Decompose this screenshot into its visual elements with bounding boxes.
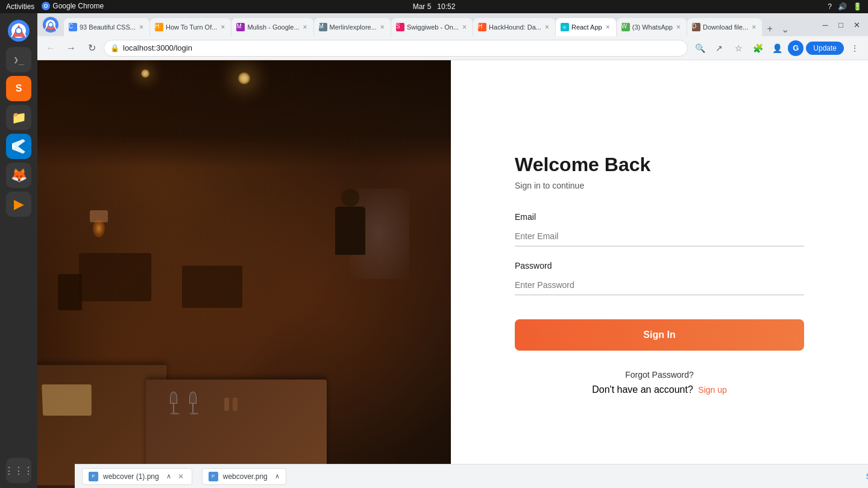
activities-label[interactable]: Activities: [6, 2, 34, 11]
chrome-toolbar: ← → ↻ 🔒 localhost:3000/login 🔍 ↗ ☆ 🧩 👤 G: [37, 36, 868, 60]
tab-close-css[interactable]: ×: [138, 22, 145, 32]
tab-close-mulish[interactable]: ×: [302, 22, 309, 32]
download-dismiss-1[interactable]: ✕: [176, 472, 186, 481]
sidebar-icon-apps[interactable]: ⋮⋮⋮: [6, 458, 31, 483]
date-label: Mar 5: [413, 2, 432, 11]
tab-favicon-download: D: [692, 23, 700, 31]
tab-favicon-hack: H: [478, 23, 486, 31]
browser-name-label: Google Chrome: [52, 2, 104, 10]
login-links: Forgot Password? Don't have an account? …: [515, 370, 804, 395]
restore-button[interactable]: □: [834, 18, 848, 31]
update-button[interactable]: Update: [806, 42, 844, 55]
tab-label-swiggi: Swiggiweb - On...: [407, 23, 459, 31]
download-item-1: P webcover (1).png ∧ ✕: [82, 468, 192, 485]
password-input[interactable]: [515, 275, 804, 295]
login-subtitle: Sign in to continue: [515, 181, 804, 190]
browser-indicator: Google Chrome: [42, 2, 104, 12]
share-button[interactable]: ↗: [711, 40, 728, 57]
chrome-logo-icon: [42, 2, 50, 10]
chrome-window: C 93 Beautiful CSS... × H How To Turn Of…: [37, 13, 868, 488]
sidebar-icon-chrome[interactable]: [6, 18, 31, 43]
tab-hack[interactable]: H HackHound: Da... ×: [473, 18, 555, 36]
sidebar-icon-vscode[interactable]: [6, 134, 31, 159]
star-icon: ☆: [735, 43, 743, 53]
download-item-2: P webcover.png ∧: [202, 468, 286, 485]
tab-how[interactable]: H How To Turn Of... ×: [150, 18, 231, 36]
download-arrow-2[interactable]: ∧: [275, 472, 280, 480]
time-label: 10:52: [437, 2, 455, 11]
profile-button[interactable]: G: [788, 40, 804, 56]
share-icon: ↗: [715, 43, 723, 53]
menu-button[interactable]: ⋮: [846, 40, 863, 57]
os-topbar-left: Activities Google Chrome: [6, 2, 104, 12]
tab-favicon-swiggi: S: [396, 23, 404, 31]
dots-icon: ⋮: [851, 43, 859, 53]
tab-close-whatsapp[interactable]: ×: [675, 22, 682, 32]
bg-table-2: [182, 266, 242, 308]
os-topbar: Activities Google Chrome Mar 5 10:52 ? 🔊…: [0, 0, 868, 13]
restaurant-background: [37, 60, 451, 488]
tab-close-react[interactable]: ×: [605, 22, 611, 32]
tab-react[interactable]: ⚛ React App ×: [556, 18, 616, 36]
tab-favicon-how: H: [155, 23, 163, 31]
svg-point-6: [16, 28, 21, 33]
tab-close-how[interactable]: ×: [219, 22, 226, 32]
download-arrow-1[interactable]: ∧: [166, 472, 171, 480]
tab-close-merlin[interactable]: ×: [379, 22, 386, 32]
minimize-button[interactable]: ─: [819, 18, 832, 31]
sidebar-icon-sublime[interactable]: S: [6, 76, 31, 101]
tab-swiggi[interactable]: S Swiggiweb - On... ×: [391, 18, 473, 36]
tab-favicon-whatsapp: W: [621, 23, 630, 31]
tab-favicon-mulish: M: [236, 23, 245, 31]
tab-label-how: How To Turn Of...: [166, 23, 217, 31]
extension-button[interactable]: 🧩: [749, 40, 766, 57]
wall-sconce-left: [87, 210, 111, 246]
tab-close-swiggi[interactable]: ×: [461, 22, 468, 32]
person-silhouette: [332, 189, 368, 273]
tab-list-button[interactable]: ⌄: [778, 22, 792, 36]
sidebar-icon-files[interactable]: 📁: [6, 105, 31, 130]
profile-manage-button[interactable]: 👤: [769, 40, 785, 57]
tab-download[interactable]: D Download file... ×: [687, 18, 762, 36]
close-button[interactable]: ✕: [850, 18, 863, 31]
tab-close-hack[interactable]: ×: [544, 22, 550, 32]
forgot-password-link[interactable]: Forgot Password?: [515, 370, 804, 380]
login-title: Welcome Back: [515, 154, 804, 176]
tab-whatsapp[interactable]: W (3) WhatsApp ×: [617, 18, 687, 36]
reload-button[interactable]: ↻: [83, 40, 100, 57]
page-content: Welcome Back Sign in to continue Email P…: [37, 60, 868, 488]
window-controls: ─ □ ✕: [819, 18, 863, 31]
download-filename-1: webcover (1).png: [103, 472, 159, 481]
lock-icon: 🔒: [110, 44, 119, 52]
address-text[interactable]: localhost:3000/login: [123, 43, 192, 52]
forward-button[interactable]: →: [63, 40, 80, 57]
tab-favicon-css: C: [69, 23, 77, 31]
toolbar-right: 🔍 ↗ ☆ 🧩 👤 G Update ⋮: [691, 40, 863, 57]
tab-merlin[interactable]: M Merlin/explore... ×: [314, 18, 391, 36]
zoom-icon: 🔍: [695, 43, 705, 53]
signin-button[interactable]: Sign In: [515, 319, 804, 351]
tab-label-react: React App: [571, 23, 602, 31]
address-bar[interactable]: 🔒 localhost:3000/login: [104, 40, 688, 57]
wine-glasses: [170, 392, 197, 419]
file-icon-1: P: [89, 472, 98, 481]
zoom-button[interactable]: 🔍: [691, 40, 708, 57]
tab-close-download[interactable]: ×: [750, 22, 757, 32]
sidebar-icon-firefox[interactable]: 🦊: [6, 163, 31, 188]
sidebar-icon-vlc[interactable]: ▶: [6, 192, 31, 217]
password-label: Password: [515, 261, 804, 271]
tab-mulish[interactable]: M Mulish - Google... ×: [231, 18, 313, 36]
bg-chair-1: [58, 274, 82, 310]
chrome-tabs: C 93 Beautiful CSS... × H How To Turn Of…: [64, 13, 816, 36]
email-input[interactable]: [515, 227, 804, 246]
chrome-titlebar: C 93 Beautiful CSS... × H How To Turn Of…: [37, 13, 868, 36]
back-button[interactable]: ←: [42, 40, 59, 57]
show-all-button[interactable]: Show all: [861, 470, 868, 483]
sidebar-icon-terminal[interactable]: ❯_: [6, 47, 31, 72]
signup-link[interactable]: Sign up: [698, 385, 726, 395]
bookmark-button[interactable]: ☆: [730, 40, 747, 57]
new-tab-button[interactable]: +: [763, 22, 777, 36]
email-group: Email: [515, 212, 804, 246]
tab-css[interactable]: C 93 Beautiful CSS... ×: [64, 18, 149, 36]
profile-icon: 👤: [772, 43, 782, 53]
